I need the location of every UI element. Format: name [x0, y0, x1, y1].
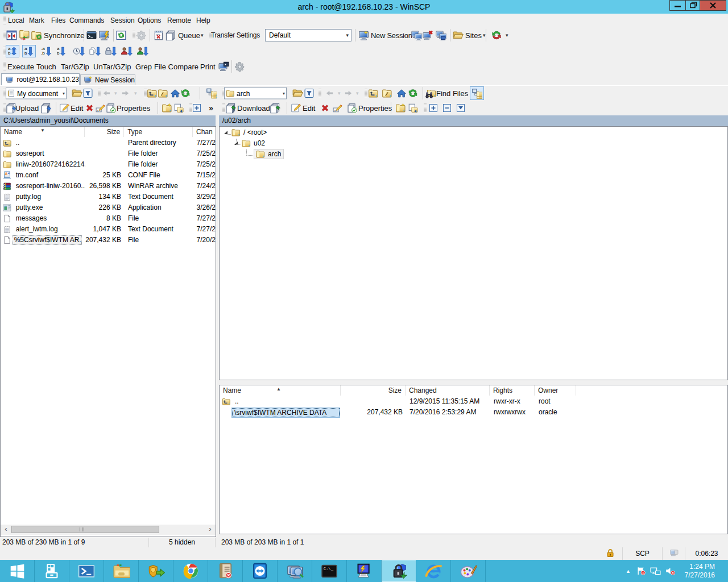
svg-text:C:\_: C:\_	[324, 567, 334, 571]
